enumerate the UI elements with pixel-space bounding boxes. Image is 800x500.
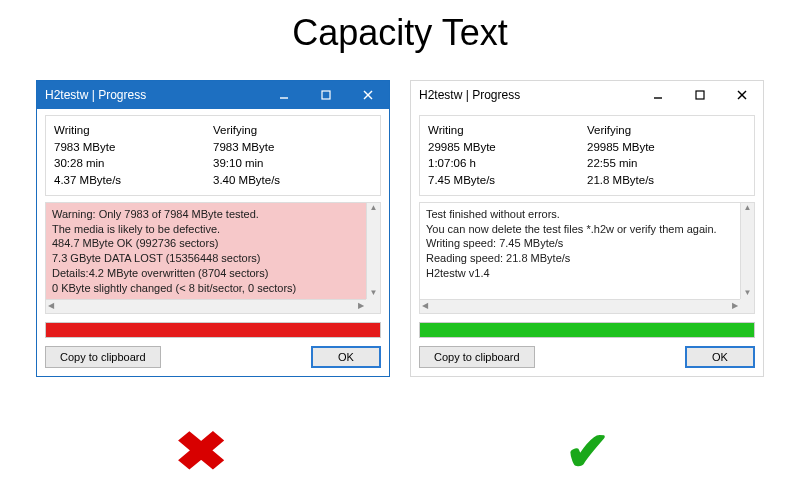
maximize-button[interactable] xyxy=(679,81,721,109)
stats-panel: Writing 7983 MByte 30:28 min 4.37 MByte/… xyxy=(45,115,381,196)
maximize-button[interactable] xyxy=(305,81,347,109)
minimize-icon xyxy=(652,89,664,101)
log-textarea[interactable]: Warning: Only 7983 of 7984 MByte tested.… xyxy=(45,202,381,314)
scroll-down-icon: ▼ xyxy=(744,288,752,299)
maximize-icon xyxy=(320,89,332,101)
progress-bar xyxy=(45,322,381,338)
window-title: H2testw | Progress xyxy=(419,88,520,102)
scroll-down-icon: ▼ xyxy=(370,288,378,299)
dialog-pass: H2testw | Progress Writing 29985 MByte xyxy=(410,80,764,377)
scrollbar-horizontal[interactable]: ◀▶ xyxy=(420,299,740,313)
window-title: H2testw | Progress xyxy=(45,88,146,102)
scroll-right-icon: ▶ xyxy=(358,301,364,312)
scroll-corner xyxy=(366,299,380,313)
writing-column: Writing 29985 MByte 1:07:06 h 7.45 MByte… xyxy=(428,122,587,189)
writing-time: 30:28 min xyxy=(54,155,213,172)
verifying-size: 7983 MByte xyxy=(213,139,372,156)
writing-speed: 4.37 MByte/s xyxy=(54,172,213,189)
fail-mark-icon: ✖ xyxy=(174,420,228,483)
log-line: 7.3 GByte DATA LOST (15356448 sectors) xyxy=(52,251,366,266)
close-button[interactable] xyxy=(721,81,763,109)
log-line: Test finished without errors. xyxy=(426,207,740,222)
verifying-column: Verifying 29985 MByte 22:55 min 21.8 MBy… xyxy=(587,122,746,189)
minimize-button[interactable] xyxy=(637,81,679,109)
verifying-header: Verifying xyxy=(587,122,746,139)
scroll-up-icon: ▲ xyxy=(744,203,752,214)
maximize-icon xyxy=(694,89,706,101)
scroll-left-icon: ◀ xyxy=(422,301,428,312)
writing-header: Writing xyxy=(54,122,213,139)
pass-mark-icon: ✔ xyxy=(565,420,610,483)
close-icon xyxy=(362,89,374,101)
writing-size: 7983 MByte xyxy=(54,139,213,156)
verifying-speed: 21.8 MByte/s xyxy=(587,172,746,189)
dialog-fail: H2testw | Progress Writing 7983 MByte xyxy=(36,80,390,377)
verifying-time: 39:10 min xyxy=(213,155,372,172)
verifying-column: Verifying 7983 MByte 39:10 min 3.40 MByt… xyxy=(213,122,372,189)
ok-button[interactable]: OK xyxy=(685,346,755,368)
log-line: The media is likely to be defective. xyxy=(52,222,366,237)
log-line: Warning: Only 7983 of 7984 MByte tested. xyxy=(52,207,366,222)
scrollbar-horizontal[interactable]: ◀▶ xyxy=(46,299,366,313)
writing-time: 1:07:06 h xyxy=(428,155,587,172)
writing-speed: 7.45 MByte/s xyxy=(428,172,587,189)
writing-header: Writing xyxy=(428,122,587,139)
copy-to-clipboard-button[interactable]: Copy to clipboard xyxy=(419,346,535,368)
log-line: Writing speed: 7.45 MByte/s xyxy=(426,236,740,251)
copy-to-clipboard-button[interactable]: Copy to clipboard xyxy=(45,346,161,368)
comparison-stage: Capacity Text H2testw | Progress xyxy=(0,0,800,500)
page-title: Capacity Text xyxy=(0,12,800,54)
svg-rect-5 xyxy=(696,91,704,99)
log-line: 0 KByte slightly changed (< 8 bit/sector… xyxy=(52,281,366,296)
log-line: Reading speed: 21.8 MByte/s xyxy=(426,251,740,266)
log-line: Details:4.2 MByte overwritten (8704 sect… xyxy=(52,266,366,281)
log-textarea[interactable]: Test finished without errors. You can no… xyxy=(419,202,755,314)
scroll-up-icon: ▲ xyxy=(370,203,378,214)
titlebar: H2testw | Progress xyxy=(37,81,389,109)
progress-bar xyxy=(419,322,755,338)
titlebar: H2testw | Progress xyxy=(411,81,763,109)
writing-size: 29985 MByte xyxy=(428,139,587,156)
svg-rect-1 xyxy=(322,91,330,99)
log-line: H2testw v1.4 xyxy=(426,266,740,281)
log-line: 484.7 MByte OK (992736 sectors) xyxy=(52,236,366,251)
verifying-header: Verifying xyxy=(213,122,372,139)
dialog-pair: H2testw | Progress Writing 7983 MByte xyxy=(0,80,800,377)
log-line: You can now delete the test files *.h2w … xyxy=(426,222,740,237)
close-icon xyxy=(736,89,748,101)
stats-panel: Writing 29985 MByte 1:07:06 h 7.45 MByte… xyxy=(419,115,755,196)
scroll-left-icon: ◀ xyxy=(48,301,54,312)
minimize-icon xyxy=(278,89,290,101)
ok-button[interactable]: OK xyxy=(311,346,381,368)
scrollbar-vertical[interactable]: ▲▼ xyxy=(740,203,754,299)
close-button[interactable] xyxy=(347,81,389,109)
minimize-button[interactable] xyxy=(263,81,305,109)
verifying-speed: 3.40 MByte/s xyxy=(213,172,372,189)
button-row: Copy to clipboard OK xyxy=(419,346,755,368)
scroll-corner xyxy=(740,299,754,313)
button-row: Copy to clipboard OK xyxy=(45,346,381,368)
writing-column: Writing 7983 MByte 30:28 min 4.37 MByte/… xyxy=(54,122,213,189)
scroll-right-icon: ▶ xyxy=(732,301,738,312)
verifying-time: 22:55 min xyxy=(587,155,746,172)
scrollbar-vertical[interactable]: ▲▼ xyxy=(366,203,380,299)
verifying-size: 29985 MByte xyxy=(587,139,746,156)
